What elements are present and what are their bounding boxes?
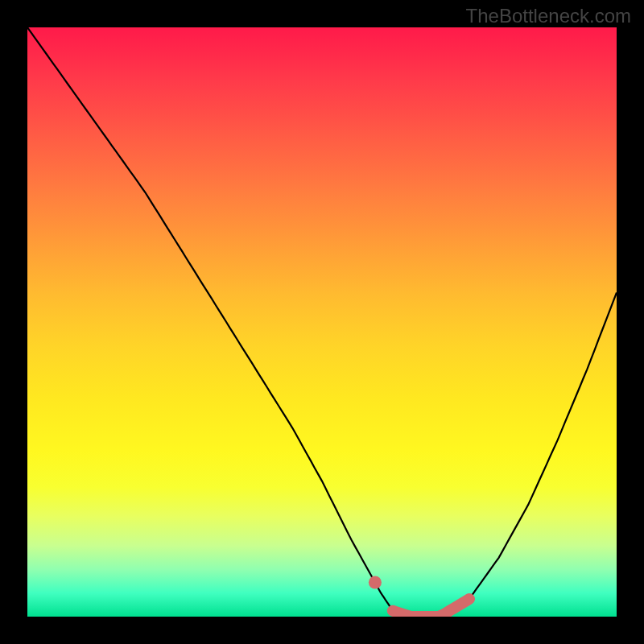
chart-svg <box>27 27 617 617</box>
bottleneck-curve-line <box>27 27 617 617</box>
chart-plot-area <box>27 27 617 617</box>
optimal-point-dot <box>369 576 382 589</box>
optimal-range-highlight <box>393 599 469 617</box>
watermark-text: TheBottleneck.com <box>466 5 631 27</box>
